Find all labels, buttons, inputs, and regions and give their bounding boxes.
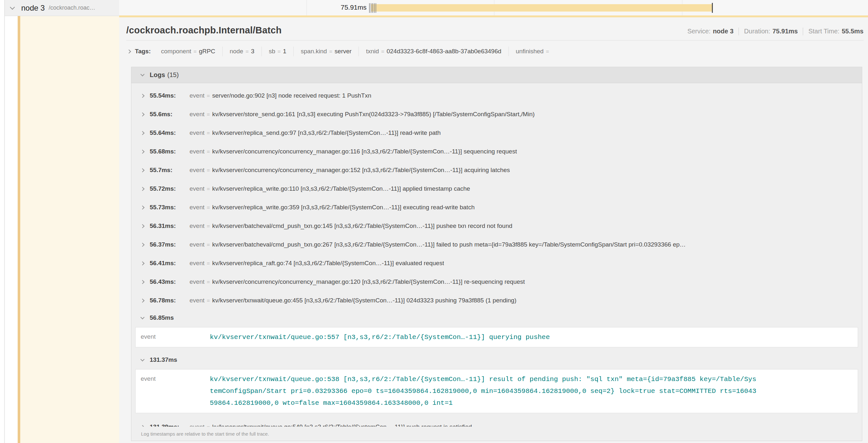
log-entry-expanded-header[interactable]: 56.85ms (131, 310, 862, 326)
log-timestamp: 55.6ms: (150, 111, 185, 118)
log-equals-sign: = (207, 223, 210, 229)
span-detail-header: /cockroach.roachpb.Internal/Batch Servic… (119, 17, 868, 36)
log-field: event=kv/kvserver/replica_write.go:110 [… (189, 185, 470, 192)
chevron-right-icon[interactable] (141, 243, 145, 247)
log-field: event=kv/kvserver/concurrency/concurrenc… (189, 278, 525, 285)
log-message: kv/kvserver/concurrency/concurrency_mana… (212, 167, 510, 173)
log-field-key: event (189, 92, 204, 99)
log-entry-row[interactable]: 55.64ms:event=kv/kvserver/replica_send.g… (131, 124, 862, 142)
log-equals-sign: = (207, 279, 210, 285)
log-entry-row[interactable]: 131.39ms:event=kv/kvserver/txnwait/queue… (131, 418, 862, 427)
log-entry-row[interactable]: 55.54ms:event=server/node.go:902 [n3] no… (131, 87, 862, 105)
log-timestamp: 56.85ms (150, 314, 174, 321)
chevron-right-icon[interactable] (141, 280, 145, 284)
log-entry-expanded-header[interactable]: 131.37ms (131, 352, 862, 368)
span-service-name[interactable]: node 3 (21, 3, 45, 12)
log-message: server/node.go:902 [n3] node received re… (212, 92, 371, 99)
logs-title: Logs (150, 71, 165, 79)
log-entry-row[interactable]: 56.37ms:event=kv/kvserver/batcheval/cmd_… (131, 235, 862, 254)
tag-value: server (335, 48, 352, 55)
log-timestamp: 56.43ms: (150, 278, 185, 285)
log-field-key: event (189, 185, 204, 192)
log-entry-row[interactable]: 56.43ms:event=kv/kvserver/concurrency/co… (131, 273, 862, 291)
log-field-value-line: temConfigSpan/Start pri=0.03293366 epo=0… (210, 385, 756, 397)
log-message: kv/kvserver/replica_write.go:359 [n3,s3,… (212, 204, 474, 211)
log-field-value-line: kv/kvserver/txnwait/queue.go:557 [n3,s3,… (210, 331, 550, 343)
chevron-right-icon[interactable] (141, 112, 145, 116)
chevron-right-icon[interactable] (141, 168, 145, 172)
tag-equals-sign: = (193, 48, 196, 55)
log-entry-expanded: 131.37mseventkv/kvserver/txnwait/queue.g… (131, 352, 862, 413)
log-field-key: event (189, 167, 204, 173)
log-field: event=kv/kvserver/txnwait/queue.go:549 [… (189, 423, 472, 427)
log-message: kv/kvserver/replica_write.go:110 [n3,s3,… (212, 185, 470, 192)
log-message: kv/kvserver/concurrency/concurrency_mana… (212, 278, 525, 285)
log-field-key: event (189, 148, 204, 155)
start-time-label: Start Time: (808, 28, 839, 35)
log-field-value: kv/kvserver/txnwait/queue.go:557 [n3,s3,… (210, 331, 550, 343)
log-timestamp: 56.31ms: (150, 223, 185, 230)
tags-list: component=gRPCnode=3sb=1span.kind=server… (154, 46, 558, 56)
header-divider (126, 40, 864, 40)
log-field-key: event (189, 223, 204, 229)
log-field-key: event (189, 204, 204, 211)
chevron-right-icon[interactable] (141, 94, 145, 98)
span-detail-meta: Service: node 3 Duration: 75.91ms Start … (687, 28, 864, 35)
tag-equals-sign: = (245, 48, 249, 55)
logs-accordion-header[interactable]: Logs (15) (131, 67, 862, 83)
tag-value: 1 (283, 48, 286, 55)
chevron-right-icon[interactable] (127, 49, 131, 54)
log-entry-row[interactable]: 56.31ms:event=kv/kvserver/batcheval/cmd_… (131, 217, 862, 235)
chevron-down-icon[interactable] (141, 72, 145, 76)
log-entry-row[interactable]: 55.6ms:event=kv/kvserver/store_send.go:1… (131, 105, 862, 124)
log-equals-sign: = (207, 298, 210, 304)
log-field-key: event (189, 111, 204, 117)
chevron-right-icon[interactable] (141, 187, 145, 191)
log-field: event=kv/kvserver/concurrency/concurrenc… (189, 167, 510, 174)
log-timestamp: 55.68ms: (150, 148, 185, 155)
log-message: kv/kvserver/replica_raft.go:74 [n3,s3,r6… (212, 260, 444, 267)
chevron-down-icon[interactable] (10, 5, 15, 10)
log-field: event=kv/kvserver/batcheval/cmd_push_txn… (189, 241, 686, 248)
meta-divider (739, 28, 739, 35)
log-equals-sign: = (207, 93, 210, 99)
log-entry-row[interactable]: 55.72ms:event=kv/kvserver/replica_write.… (131, 179, 862, 198)
chevron-right-icon[interactable] (141, 205, 145, 210)
tags-label: Tags: (135, 48, 151, 55)
chevron-right-icon[interactable] (141, 131, 145, 135)
chevron-down-icon[interactable] (141, 315, 145, 319)
log-timestamp: 55.54ms: (150, 92, 185, 99)
log-field-key: event (189, 129, 204, 136)
span-name-cell[interactable]: node 3 /cockroach.roach… (5, 0, 119, 16)
log-message: kv/kvserver/concurrency/concurrency_mana… (212, 148, 517, 155)
chevron-right-icon[interactable] (141, 224, 145, 228)
tag-equals-sign: = (329, 48, 333, 55)
start-time-value: 55.5ms (842, 28, 864, 35)
log-field-value-line: kv/kvserver/txnwait/queue.go:538 [n3,s3,… (210, 373, 756, 385)
chevron-right-icon[interactable] (141, 425, 145, 427)
chevron-right-icon[interactable] (141, 149, 145, 154)
log-field-value: kv/kvserver/txnwait/queue.go:538 [n3,s3,… (210, 373, 756, 409)
span-operation-name[interactable]: /cockroach.roach… (49, 4, 97, 11)
log-field-key: event (141, 373, 210, 409)
log-entry-row[interactable]: 56.41ms:event=kv/kvserver/replica_raft.g… (131, 254, 862, 273)
log-entry-row[interactable]: 55.7ms:event=kv/kvserver/concurrency/con… (131, 161, 862, 179)
chevron-down-icon[interactable] (141, 357, 145, 362)
chevron-right-icon[interactable] (141, 299, 145, 303)
duration-value: 75.91ms (772, 28, 798, 35)
log-field-key: event (189, 297, 204, 304)
logs-count: (15) (167, 71, 179, 79)
duration-label: Duration: (744, 28, 770, 35)
log-entry-row[interactable]: 55.68ms:event=kv/kvserver/concurrency/co… (131, 142, 862, 161)
log-entry-row[interactable]: 55.73ms:event=kv/kvserver/replica_write.… (131, 198, 862, 217)
span-color-accent-bar (18, 1, 20, 443)
timeline-row[interactable]: 75.91ms (119, 0, 868, 16)
log-timestamp: 55.72ms: (150, 185, 185, 192)
tag-key: span.kind (301, 48, 327, 55)
log-timestamp: 56.78ms: (150, 297, 185, 304)
tag-equals-sign: = (546, 48, 549, 55)
span-duration-bar[interactable] (371, 4, 712, 11)
log-entry-row[interactable]: 56.78ms:event=kv/kvserver/txnwait/queue.… (131, 291, 862, 310)
tags-accordion[interactable]: Tags: component=gRPCnode=3sb=1span.kind=… (127, 44, 864, 59)
chevron-right-icon[interactable] (141, 261, 145, 266)
